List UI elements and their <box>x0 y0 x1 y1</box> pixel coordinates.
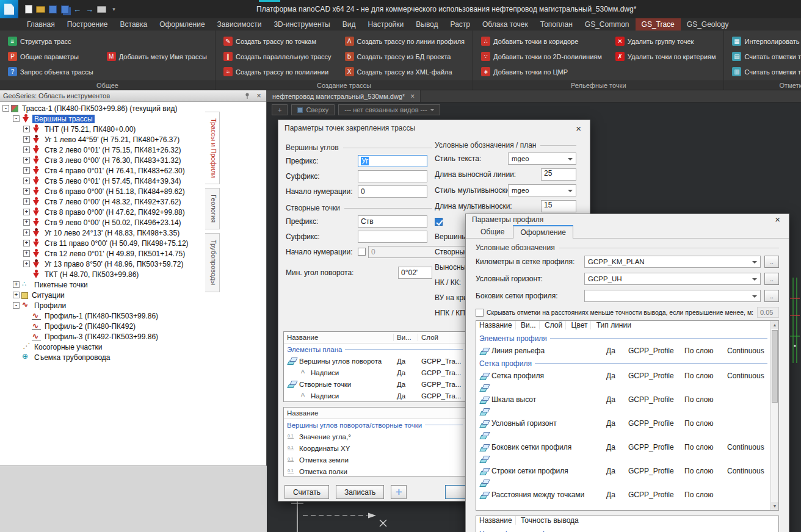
tree-item[interactable]: + Ств 4 право 0°01' (Н 76.41, ПК483+62.3… <box>0 165 205 176</box>
plan-symbols-checkbox[interactable] <box>435 218 443 226</box>
write-button[interactable]: Записать <box>336 485 384 499</box>
panel-vertical-tab[interactable]: Трассы и Профили <box>205 112 220 184</box>
tree-item[interactable]: + Ситуации <box>0 290 205 300</box>
panel-vertical-tab[interactable]: Трубопроводы <box>205 233 220 292</box>
scrollbar-thumb[interactable] <box>772 330 778 403</box>
tree-expander-icon[interactable]: + <box>23 126 30 132</box>
table-row[interactable]: Отметка земли <box>284 454 466 466</box>
dialog-title-bar[interactable]: Параметры точек закрепления трассы × <box>278 120 590 136</box>
tree-expander-icon[interactable]: + <box>23 188 30 195</box>
scroll-down-icon[interactable]: ▼ <box>771 502 778 510</box>
table-row[interactable] <box>476 478 770 487</box>
tree-item[interactable]: - Трасса-1 (ПК480-ПК503+99.86) (текущий … <box>0 103 205 113</box>
tree-item[interactable]: - Профили <box>0 300 205 311</box>
tree-item[interactable]: Профиль-1 (ПК480-ПК503+99.86) <box>0 311 205 321</box>
add-view-button[interactable]: + <box>272 104 288 115</box>
tolerance-value[interactable]: 0.05 <box>757 307 779 318</box>
tree-item[interactable]: + Ств 5 лево 0°01' (Н 57.45, ПК484+39.34… <box>0 176 205 186</box>
customize-toolbar-icon[interactable] <box>109 4 119 15</box>
close-icon[interactable]: × <box>573 123 584 134</box>
table-row[interactable]: Отметка полки <box>284 466 466 476</box>
tree-expander-icon[interactable]: + <box>23 209 30 215</box>
tree-item[interactable]: + Ств 2 лево 0°01' (Н 75.15, ПК481+26.32… <box>0 145 205 155</box>
ribbon-button[interactable]: ≈ Создать трассу по полилинии <box>222 66 333 77</box>
ribbon-tab[interactable]: Облака точек <box>476 18 534 31</box>
ribbon-button[interactable]: ∥ Создать параллельную трассу <box>222 51 333 62</box>
ribbon-button[interactable]: Λ Создать трассу по линии профиля <box>343 36 467 46</box>
table-row[interactable]: Сетка профиля <box>476 358 770 368</box>
open-file-icon[interactable] <box>35 4 46 15</box>
ribbon-tab[interactable]: Настройки <box>361 18 410 31</box>
ribbon-tab[interactable]: Зависимости <box>211 18 268 31</box>
close-icon[interactable]: × <box>255 92 263 100</box>
save-all-icon[interactable] <box>60 4 70 15</box>
ribbon-button[interactable]: ▦ Интерполировать отметки точек <box>730 36 801 46</box>
table-row[interactable]: Надписи Да GCPP_Tra... <box>284 367 466 378</box>
ribbon-tab[interactable]: GS_Geology <box>681 18 735 31</box>
tree-item[interactable]: + Уг 10 лево 24°13' (Н 48.83, ПК498+3.35… <box>0 228 205 238</box>
tree-expander-icon[interactable]: + <box>23 219 30 226</box>
ribbon-button[interactable]: X Создать трассу из XML-файла <box>343 66 467 77</box>
ribbon-tab[interactable]: Построение <box>61 18 114 31</box>
min-turn-angle-input[interactable] <box>398 267 432 279</box>
dialog-title-bar[interactable]: Параметры профиля × <box>466 214 789 225</box>
ribbon-button[interactable]: Р Общие параметры <box>6 51 95 62</box>
tree-item[interactable]: + Пикетные точки <box>0 279 205 290</box>
tree-item[interactable]: Косогорные участки <box>0 342 205 352</box>
table-row[interactable]: Шкала высот Да GCPP_Profile По слою <box>476 392 770 407</box>
ribbon-button[interactable]: ✕ Удалить группу точек <box>614 36 718 46</box>
table-row[interactable]: Условный горизонт Да GCPP_Profile По сло… <box>476 416 770 431</box>
ribbon-button[interactable]: ✗ Удалить точки по критериям <box>614 51 718 62</box>
alignment-suffix-input[interactable] <box>358 231 427 243</box>
table-row[interactable]: Начало/конец профиля <box>476 528 778 532</box>
ribbon-button[interactable]: Б Создать трассу из БД проекта <box>343 51 467 62</box>
table-row[interactable] <box>476 407 770 416</box>
table-row[interactable]: Элементы плана <box>284 343 466 355</box>
table-row[interactable]: Строки сетки профиля Да GCPP_Profile По … <box>476 464 770 478</box>
tree-expander-icon[interactable]: + <box>23 261 30 267</box>
tree-expander-icon[interactable]: + <box>23 229 30 236</box>
app-logo[interactable] <box>0 0 18 18</box>
ribbon-tab[interactable]: 3D-инструменты <box>267 18 336 31</box>
panel-vertical-tab[interactable]: Геология <box>205 188 220 229</box>
length-input[interactable]: 15 <box>541 200 576 212</box>
style-select[interactable]: mgeo <box>508 184 576 196</box>
save-icon[interactable] <box>48 4 58 15</box>
table-row[interactable] <box>476 383 770 392</box>
layer-select[interactable]: GCPP_KM_PLAN <box>584 256 761 268</box>
tree-item[interactable]: + Ств 3 лево 0°00' (Н 76.30, ПК483+31.32… <box>0 155 205 165</box>
table-row[interactable]: Линия рельефа Да GCPP_Profile По слою Co… <box>476 343 770 358</box>
tree-item[interactable]: + Ств 6 право 0°00' (Н 51.18, ПК484+89.6… <box>0 186 205 196</box>
vertex-prefix-input[interactable]: Уг <box>358 155 427 167</box>
table-row[interactable] <box>476 455 770 464</box>
tree-item[interactable]: ТКТ (Н 48.70, ПК503+99.86) <box>0 269 205 279</box>
ribbon-button[interactable]: М Добавить метку Имя трассы <box>105 51 209 62</box>
tree-item[interactable]: + Ств 8 право 0°00' (Н 47.62, ПК492+99.8… <box>0 207 205 217</box>
tree-item[interactable]: + Ств 7 лево 0°00' (Н 48.32, ПК492+37.62… <box>0 196 205 207</box>
pin-icon[interactable] <box>244 92 251 99</box>
undo-icon[interactable] <box>72 4 82 15</box>
tree-expander-icon[interactable]: + <box>23 178 30 184</box>
table-row[interactable]: Створные точки Да GCPP_Tra... <box>284 378 466 390</box>
view-orientation-button[interactable]: Сверху <box>291 104 335 115</box>
alignment-numbering-checkbox[interactable] <box>358 248 366 256</box>
ribbon-tab[interactable]: GS_Common <box>579 18 636 31</box>
dialog-tab[interactable]: Оформление <box>513 225 573 239</box>
tree-item[interactable]: Съемка трубопровода <box>0 352 205 362</box>
tree-item[interactable]: + Ств 12 лево 0°01' (Н 49.89, ПК501+14.7… <box>0 248 205 259</box>
browse-button[interactable]: .. <box>764 290 779 302</box>
ribbon-button[interactable]: ∴ Добавить точки в коридоре <box>479 36 604 46</box>
ribbon-button[interactable]: ▤ Считать отметки точек с ЦМР <box>730 51 801 62</box>
tool-panel-header[interactable]: GeoSeries: Область инструментов × <box>0 90 266 102</box>
tree-expander-icon[interactable]: - <box>13 302 20 309</box>
scroll-up-icon[interactable]: ▲ <box>771 321 778 329</box>
table-scrollbar[interactable]: ▲ ▼ <box>770 321 778 510</box>
tree-expander-icon[interactable]: + <box>23 157 30 164</box>
table-row[interactable]: Боковик сетки профиля Да GCPP_Profile По… <box>476 440 770 455</box>
tree-expander-icon[interactable]: + <box>23 198 30 205</box>
vertex-suffix-input[interactable] <box>358 170 427 182</box>
table-row[interactable]: Надписи Да GCPP_Tra... <box>284 390 466 401</box>
pick-point-button[interactable]: ✛ <box>391 485 407 499</box>
redo-icon[interactable] <box>84 4 95 15</box>
browse-button[interactable]: .. <box>764 256 779 268</box>
